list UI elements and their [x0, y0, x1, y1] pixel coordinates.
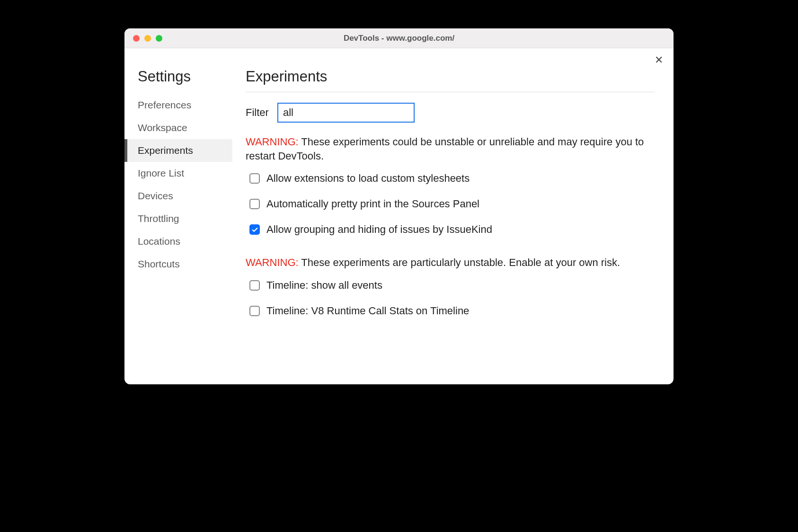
- warning-text: These experiments are particularly unsta…: [299, 257, 621, 268]
- experiment-row: Allow extensions to load custom styleshe…: [249, 172, 655, 185]
- sidebar-title: Settings: [124, 68, 232, 94]
- experiment-label: Allow extensions to load custom styleshe…: [266, 172, 470, 185]
- sidebar-item-label: Locations: [138, 236, 180, 247]
- settings-content: ✕ Settings Preferences Workspace Experim…: [124, 48, 674, 384]
- close-icon: ✕: [655, 54, 663, 66]
- sidebar-item-label: Experiments: [138, 145, 193, 156]
- minimize-window-button[interactable]: [144, 35, 151, 42]
- settings-main-panel: Experiments Filter WARNING: These experi…: [232, 48, 674, 384]
- experiment-checkbox-custom-stylesheets[interactable]: [249, 173, 260, 184]
- filter-row: Filter: [246, 103, 655, 123]
- experiment-row: Timeline: V8 Runtime Call Stats on Timel…: [249, 305, 655, 317]
- sidebar-item-devices[interactable]: Devices: [124, 185, 232, 207]
- sidebar-item-label: Preferences: [138, 99, 191, 110]
- experiment-row: Timeline: show all events: [249, 279, 655, 292]
- sidebar-item-label: Shortcuts: [138, 258, 180, 269]
- experiment-checkbox-timeline-all-events[interactable]: [249, 280, 260, 291]
- sidebar-item-label: Ignore List: [138, 168, 184, 178]
- experiment-checkbox-group-issues[interactable]: [249, 224, 260, 235]
- checkmark-icon: [251, 226, 258, 233]
- traffic-lights: [124, 35, 162, 42]
- sidebar-item-experiments[interactable]: Experiments: [124, 139, 232, 162]
- warning-prefix: WARNING:: [246, 257, 299, 268]
- filter-input[interactable]: [277, 103, 415, 123]
- sidebar-item-label: Devices: [138, 190, 173, 201]
- warning-prefix: WARNING:: [246, 136, 299, 148]
- warning-risky: WARNING: These experiments are particula…: [246, 256, 655, 270]
- page-title: Experiments: [246, 68, 655, 92]
- experiment-checkbox-pretty-print[interactable]: [249, 199, 260, 209]
- experiment-label: Allow grouping and hiding of issues by I…: [266, 223, 492, 236]
- sidebar-item-workspace[interactable]: Workspace: [124, 116, 232, 139]
- devtools-settings-window: DevTools - www.google.com/ ✕ Settings Pr…: [124, 28, 674, 384]
- sidebar-item-label: Workspace: [138, 122, 187, 133]
- close-window-button[interactable]: [133, 35, 140, 42]
- sidebar-item-locations[interactable]: Locations: [124, 230, 232, 253]
- experiment-label: Automatically pretty print in the Source…: [266, 198, 479, 210]
- sidebar-item-shortcuts[interactable]: Shortcuts: [124, 253, 232, 275]
- experiment-row: Allow grouping and hiding of issues by I…: [249, 223, 655, 236]
- experiment-label: Timeline: show all events: [266, 279, 382, 292]
- experiment-checkbox-timeline-v8-stats[interactable]: [249, 306, 260, 316]
- sidebar-item-throttling[interactable]: Throttling: [124, 207, 232, 230]
- sidebar-item-label: Throttling: [138, 213, 179, 224]
- close-settings-button[interactable]: ✕: [655, 55, 663, 65]
- warning-text: These experiments could be unstable or u…: [246, 136, 644, 162]
- experiment-label: Timeline: V8 Runtime Call Stats on Timel…: [266, 305, 469, 317]
- sidebar-item-ignore-list[interactable]: Ignore List: [124, 162, 232, 185]
- warning-unstable: WARNING: These experiments could be unst…: [246, 135, 655, 163]
- maximize-window-button[interactable]: [156, 35, 162, 42]
- experiment-row: Automatically pretty print in the Source…: [249, 198, 655, 210]
- filter-label: Filter: [246, 106, 269, 119]
- settings-sidebar: Settings Preferences Workspace Experimen…: [124, 48, 232, 384]
- window-titlebar: DevTools - www.google.com/: [124, 28, 674, 48]
- sidebar-item-preferences[interactable]: Preferences: [124, 94, 232, 116]
- window-title: DevTools - www.google.com/: [124, 34, 674, 43]
